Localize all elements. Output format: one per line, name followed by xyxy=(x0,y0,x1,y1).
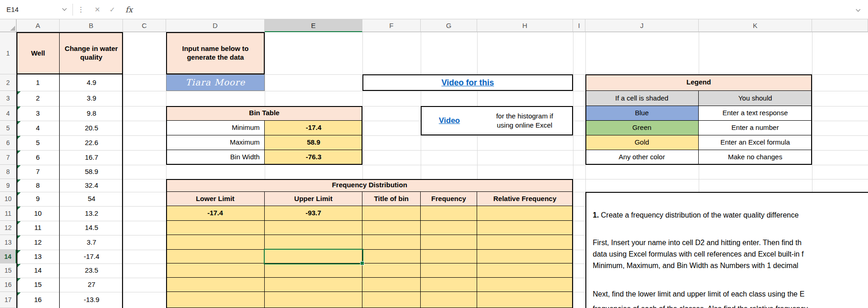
row-header-8[interactable]: 8 xyxy=(0,165,17,179)
freq-cell-r11-c4[interactable] xyxy=(421,206,477,221)
freq-cell-r16-c3[interactable] xyxy=(362,278,421,292)
freq-cell-r15-c3[interactable] xyxy=(362,263,421,278)
legend-shade-3[interactable]: Gold xyxy=(585,135,699,150)
freq-cell-r16-c5[interactable] xyxy=(477,278,573,292)
row-header-2[interactable]: 2 xyxy=(0,74,17,91)
column-header-G[interactable]: G xyxy=(421,19,477,32)
frequency-table-title[interactable]: Frequency Distribution xyxy=(166,179,573,192)
formula-bar-expand-icon[interactable] xyxy=(856,7,861,12)
cell-b5-change[interactable]: 20.5 xyxy=(60,121,123,135)
bin-maximum-value[interactable]: 58.9 xyxy=(265,135,362,150)
freq-cell-r13-c4[interactable] xyxy=(421,235,477,250)
cell-a16-well[interactable]: 15 xyxy=(17,278,59,292)
select-all-button[interactable] xyxy=(0,19,17,32)
freq-cell-r13-c3[interactable] xyxy=(362,235,421,250)
freq-header-1[interactable]: Lower Limit xyxy=(166,192,265,206)
row-header-3[interactable]: 3 xyxy=(0,91,17,106)
cell-b13-change[interactable]: 3.7 xyxy=(60,235,123,250)
column-header-E[interactable]: E xyxy=(265,19,362,32)
cell-a10-well[interactable]: 9 xyxy=(17,192,59,206)
freq-cell-r15-c4[interactable] xyxy=(421,263,477,278)
cell-b8-change[interactable]: 58.9 xyxy=(60,165,123,179)
freq-cell-r11-c1[interactable]: -17.4 xyxy=(166,206,265,221)
cell-b2-change[interactable]: 4.9 xyxy=(60,74,123,91)
freq-cell-r12-c4[interactable] xyxy=(421,221,477,235)
cell-b9-change[interactable]: 32.4 xyxy=(60,179,123,192)
cell-a8-well[interactable]: 7 xyxy=(17,165,59,179)
freq-cell-r11-c3[interactable] xyxy=(362,206,421,221)
freq-header-2[interactable]: Upper Limit xyxy=(265,192,362,206)
row-header-6[interactable]: 6 xyxy=(0,135,17,150)
legend-action-1[interactable]: Enter a text response xyxy=(699,106,812,121)
freq-cell-r14-c4[interactable] xyxy=(421,250,477,263)
freq-cell-r17-c1[interactable] xyxy=(166,292,265,308)
cancel-icon[interactable]: ✕ xyxy=(95,6,100,14)
freq-cell-r12-c3[interactable] xyxy=(362,221,421,235)
bin-maximum-label[interactable]: Maximum xyxy=(166,135,265,150)
row-header-1[interactable]: 1 xyxy=(0,32,17,74)
column-header-I[interactable]: I xyxy=(573,19,585,32)
cell-d2-name-input[interactable]: Tiara Moore xyxy=(166,74,265,91)
cell-d1-name-prompt[interactable]: Input name below to generate the data xyxy=(166,32,265,74)
row-header-16[interactable]: 16 xyxy=(0,278,17,292)
cell-a13-well[interactable]: 12 xyxy=(17,235,59,250)
freq-cell-r14-c5[interactable] xyxy=(477,250,573,263)
cell-b12-change[interactable]: 14.5 xyxy=(60,221,123,235)
column-header-K[interactable]: K xyxy=(699,19,812,32)
cell-b14-change[interactable]: -17.4 xyxy=(60,250,123,263)
bin-minimum-value[interactable]: -17.4 xyxy=(265,121,362,135)
video-for-this-link[interactable]: Video for this xyxy=(441,78,494,88)
legend-shade-1[interactable]: Blue xyxy=(585,106,699,121)
column-header-B[interactable]: B xyxy=(60,19,123,32)
bin-width-value[interactable]: -76.3 xyxy=(265,150,362,165)
column-header-F[interactable]: F xyxy=(362,19,421,32)
freq-cell-r13-c1[interactable] xyxy=(166,235,265,250)
legend-title[interactable]: Legend xyxy=(585,74,812,91)
cell-b17-change[interactable]: -13.9 xyxy=(60,292,123,308)
enter-icon[interactable]: ✓ xyxy=(110,6,116,14)
row-header-11[interactable]: 11 xyxy=(0,206,17,221)
freq-cell-r14-c3[interactable] xyxy=(362,250,421,263)
legend-shade-2[interactable]: Green xyxy=(585,121,699,135)
insert-function-icon[interactable]: fx xyxy=(125,5,133,14)
cell-a5-well[interactable]: 4 xyxy=(17,121,59,135)
cell-a3-well[interactable]: 2 xyxy=(17,91,59,106)
cell-b3-change[interactable]: 3.9 xyxy=(60,91,123,106)
row-header-13[interactable]: 13 xyxy=(0,235,17,250)
legend-col1-header[interactable]: If a cell is shaded xyxy=(585,91,699,106)
freq-cell-r11-c5[interactable] xyxy=(477,206,573,221)
cell-a4-well[interactable]: 3 xyxy=(17,106,59,121)
legend-col2-header[interactable]: You should xyxy=(699,91,812,106)
cell-a17-well[interactable]: 16 xyxy=(17,292,59,308)
freq-cell-r14-c1[interactable] xyxy=(166,250,265,263)
legend-action-3[interactable]: Enter an Excel formula xyxy=(699,135,812,150)
legend-action-2[interactable]: Enter a number xyxy=(699,121,812,135)
bin-minimum-label[interactable]: Minimum xyxy=(166,121,265,135)
row-header-14[interactable]: 14 xyxy=(0,250,17,263)
cell-a2-well[interactable]: 1 xyxy=(17,74,59,91)
legend-shade-4[interactable]: Any other color xyxy=(585,150,699,165)
cell-a6-well[interactable]: 5 xyxy=(17,135,59,150)
name-box-dropdown-icon[interactable] xyxy=(62,6,67,11)
cell-b6-change[interactable]: 22.6 xyxy=(60,135,123,150)
freq-cell-r17-c2[interactable] xyxy=(265,292,362,308)
column-header-D[interactable]: D xyxy=(166,19,265,32)
freq-cell-r15-c2[interactable] xyxy=(265,263,362,278)
freq-header-4[interactable]: Frequency xyxy=(421,192,477,206)
row-header-5[interactable]: 5 xyxy=(0,121,17,135)
cell-a12-well[interactable]: 11 xyxy=(17,221,59,235)
freq-cell-r16-c2[interactable] xyxy=(265,278,362,292)
freq-cell-r12-c5[interactable] xyxy=(477,221,573,235)
freq-cell-r12-c2[interactable] xyxy=(265,221,362,235)
row-header-9[interactable]: 9 xyxy=(0,179,17,192)
freq-cell-r12-c1[interactable] xyxy=(166,221,265,235)
name-box[interactable]: E14 xyxy=(0,0,72,19)
freq-cell-r15-c5[interactable] xyxy=(477,263,573,278)
video-link[interactable]: Video xyxy=(439,116,460,125)
cell-b4-change[interactable]: 9.8 xyxy=(60,106,123,121)
cell-a14-well[interactable]: 13 xyxy=(17,250,59,263)
cell-a15-well[interactable]: 14 xyxy=(17,263,59,278)
freq-cell-r17-c4[interactable] xyxy=(421,292,477,308)
column-header-A[interactable]: A xyxy=(17,19,60,32)
freq-header-5[interactable]: Relative Frequency xyxy=(477,192,573,206)
